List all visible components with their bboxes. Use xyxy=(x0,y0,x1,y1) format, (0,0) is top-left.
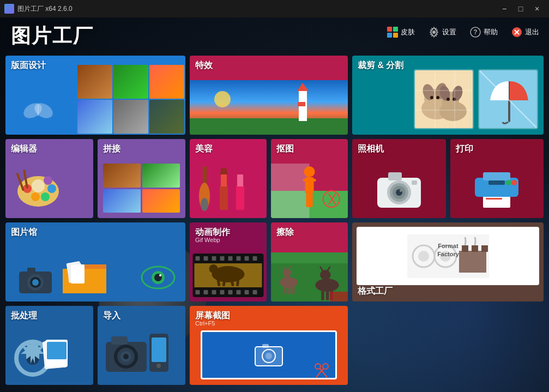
row-animation-erase: 动画制作 Gif Webp xyxy=(190,222,348,301)
svg-rect-170 xyxy=(459,251,486,273)
tile-editor[interactable]: 编辑器 xyxy=(5,139,93,218)
svg-rect-159 xyxy=(483,172,510,180)
svg-rect-115 xyxy=(321,291,324,300)
svg-rect-76 xyxy=(196,256,200,261)
minimize-button[interactable]: − xyxy=(497,3,512,14)
tile-gallery[interactable]: 图片馆 xyxy=(5,222,185,301)
svg-text:Factory: Factory xyxy=(437,251,460,257)
svg-rect-1 xyxy=(393,27,398,32)
tile-effects-label: 特效 xyxy=(195,60,213,71)
svg-rect-58 xyxy=(220,185,228,210)
svg-rect-69 xyxy=(310,179,316,182)
svg-line-126 xyxy=(316,369,323,377)
svg-rect-79 xyxy=(220,256,225,261)
svg-point-123 xyxy=(315,364,321,369)
svg-rect-82 xyxy=(245,256,249,261)
main-area: 图片工厂 皮肤 设置 xyxy=(0,17,549,392)
svg-rect-173 xyxy=(481,245,488,252)
scissors-icon xyxy=(313,362,330,381)
tile-batch[interactable]: 批处理 xyxy=(5,306,93,385)
beauty-icons xyxy=(195,164,247,213)
svg-marker-63 xyxy=(236,168,244,174)
svg-rect-3 xyxy=(393,33,398,38)
svg-rect-62 xyxy=(237,174,243,186)
svg-point-161 xyxy=(506,180,511,185)
svg-point-25 xyxy=(32,279,39,286)
app-icon xyxy=(4,4,14,14)
svg-rect-39 xyxy=(47,342,67,359)
close-button[interactable]: × xyxy=(529,3,545,14)
tile-beauty[interactable]: 美容 xyxy=(190,139,267,218)
svg-point-104 xyxy=(283,269,291,276)
svg-point-139 xyxy=(453,98,456,101)
svg-rect-116 xyxy=(326,291,329,300)
tile-erase-label: 擦除 xyxy=(276,227,294,238)
butterfly-decoration xyxy=(22,100,55,124)
svg-point-48 xyxy=(156,364,161,368)
svg-text:Format: Format xyxy=(438,243,458,249)
palette-icon xyxy=(14,161,63,213)
svg-point-66 xyxy=(304,166,315,177)
gallery-icons xyxy=(16,258,109,296)
svg-rect-53 xyxy=(298,102,305,106)
svg-rect-65 xyxy=(271,164,310,218)
svg-rect-89 xyxy=(237,290,241,294)
tile-layout[interactable]: 版面设计 xyxy=(5,56,185,135)
svg-point-16 xyxy=(41,192,50,201)
view-icon xyxy=(139,264,177,293)
tile-animation[interactable]: 动画制作 Gif Webp xyxy=(190,222,267,301)
crop-preview xyxy=(414,69,538,129)
settings-label: 设置 xyxy=(442,27,456,37)
svg-rect-108 xyxy=(288,286,290,294)
tile-layout-label: 版面设计 xyxy=(11,60,46,71)
svg-rect-50 xyxy=(190,118,348,135)
titlebar-left: 图片工厂 x64 2.6.0 xyxy=(4,4,73,14)
cutout-preview xyxy=(271,164,348,218)
svg-point-165 xyxy=(418,251,429,262)
svg-point-17 xyxy=(47,184,56,193)
svg-rect-87 xyxy=(220,290,225,294)
tile-cutout[interactable]: 抠图 xyxy=(271,139,348,218)
tile-camera-label: 照相机 xyxy=(358,143,384,155)
svg-rect-157 xyxy=(486,198,502,200)
app-title: 图片工厂 xyxy=(11,23,94,50)
svg-rect-107 xyxy=(284,286,286,294)
settings-button[interactable]: 设置 xyxy=(424,24,461,40)
tile-format[interactable]: 格式工厂 Format Factory xyxy=(352,222,544,301)
erase-preview xyxy=(271,252,348,301)
import-icons xyxy=(100,325,171,382)
tile-import[interactable]: 导入 xyxy=(98,306,185,385)
row-beauty-cutout: 美容 xyxy=(190,139,348,218)
tile-screenshot[interactable]: 屏幕截图 Ctrl+F5 xyxy=(190,306,348,385)
printer-graphic xyxy=(469,164,524,213)
exit-button[interactable]: 退出 xyxy=(506,24,544,40)
tile-beauty-label: 美容 xyxy=(195,143,213,155)
svg-point-15 xyxy=(31,192,40,201)
tile-screenshot-sublabel: Ctrl+F5 xyxy=(195,320,215,327)
titlebar-controls: − □ × xyxy=(497,3,545,14)
svg-point-57 xyxy=(201,198,208,211)
tile-effects[interactable]: 特效 xyxy=(190,56,348,135)
tile-print[interactable]: 打印 xyxy=(450,139,544,218)
svg-rect-77 xyxy=(204,256,208,261)
tile-crop[interactable]: 裁剪 & 分割 xyxy=(352,56,544,135)
skin-button[interactable]: 皮肤 xyxy=(382,24,419,40)
svg-point-45 xyxy=(123,354,129,359)
help-button[interactable]: ? 帮助 xyxy=(465,24,502,40)
svg-rect-59 xyxy=(221,174,227,186)
camera-graphic xyxy=(375,167,424,213)
help-icon: ? xyxy=(469,26,481,38)
tile-camera[interactable]: 照相机 xyxy=(352,139,446,218)
svg-rect-78 xyxy=(212,256,216,261)
svg-rect-91 xyxy=(253,290,257,294)
svg-rect-122 xyxy=(262,344,269,348)
svg-point-153 xyxy=(400,190,402,192)
tile-print-label: 打印 xyxy=(456,143,473,155)
maximize-button[interactable]: □ xyxy=(513,3,528,14)
tile-stitch[interactable]: 拼接 xyxy=(98,139,185,218)
tile-erase[interactable]: 擦除 xyxy=(271,222,348,301)
svg-rect-118 xyxy=(330,292,348,301)
animation-preview xyxy=(192,254,264,297)
stitch-preview xyxy=(103,164,180,213)
help-label: 帮助 xyxy=(484,27,498,37)
